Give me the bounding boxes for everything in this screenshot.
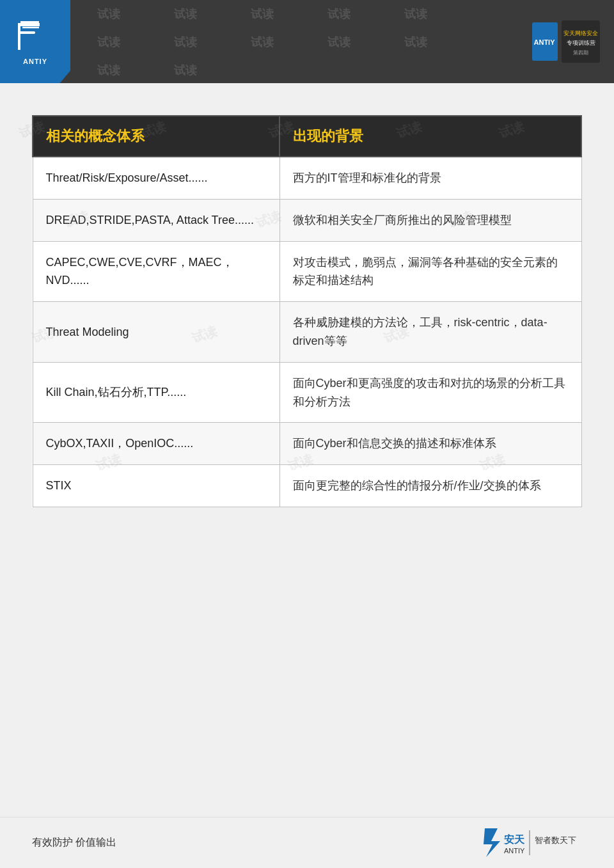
cell-left-5: CybOX,TAXII，OpenIOC......	[33, 423, 279, 465]
cell-right-6: 面向更完整的综合性的情报分析/作业/交换的体系	[279, 465, 581, 507]
col1-header: 相关的概念体系	[33, 116, 279, 157]
svg-rect-1	[20, 23, 40, 26]
antiy-logo-icon	[15, 18, 56, 56]
wm-6: 试读	[70, 28, 147, 56]
wm-7: 试读	[147, 28, 224, 56]
svg-marker-4	[20, 21, 39, 23]
wm-1: 试读	[70, 0, 147, 28]
wm-4: 试读	[301, 0, 377, 28]
cell-right-0: 西方的IT管理和标准化的背景	[279, 157, 581, 199]
main-content: 试读 试读 试读 试读 试读 试读 试读 试读 试读 试读 试读 试读 试读 试…	[0, 83, 614, 533]
header-brand-icon: ANTIY 安天网络安全 专项训练营 第四期	[531, 19, 601, 64]
svg-text:智者数天下: 智者数天下	[535, 835, 576, 845]
header-right-logo: ANTIY 安天网络安全 专项训练营 第四期	[528, 16, 604, 67]
svg-marker-13	[484, 828, 500, 857]
svg-text:专项训练营: 专项训练营	[567, 40, 595, 46]
svg-text:ANTIY: ANTIY	[534, 38, 556, 46]
cell-left-2: CAPEC,CWE,CVE,CVRF，MAEC，NVD......	[33, 241, 279, 302]
footer-brand-icon: 安天 ANTIY 智者数天下	[480, 825, 582, 860]
footer-tagline: 有效防护 价值输出	[32, 836, 116, 849]
col2-header: 出现的背景	[279, 116, 581, 157]
table-row: Threat/Risk/Exposure/Asset......西方的IT管理和…	[33, 157, 581, 199]
wm-12: 试读	[147, 56, 224, 83]
cell-right-3: 各种威胁建模的方法论，工具，risk-centric，data-driven等等	[279, 302, 581, 363]
table-row: STIX面向更完整的综合性的情报分析/作业/交换的体系	[33, 465, 581, 507]
wm-8: 试读	[224, 28, 301, 56]
wm-9: 试读	[301, 28, 377, 56]
svg-text:安天网络安全: 安天网络安全	[563, 30, 598, 36]
cell-left-3: Threat Modeling	[33, 302, 279, 363]
footer-logo: 安天 ANTIY 智者数天下	[480, 825, 582, 860]
cell-right-5: 面向Cyber和信息交换的描述和标准体系	[279, 423, 581, 465]
table-row: CybOX,TAXII，OpenIOC......面向Cyber和信息交换的描述…	[33, 423, 581, 465]
wm-10: 试读	[377, 28, 454, 56]
table-row: CAPEC,CWE,CVE,CVRF，MAEC，NVD......对攻击模式，脆…	[33, 241, 581, 302]
header: ANTIY 试读 试读 试读 试读 试读 试读 试读 试读 试读 试读 试读 试…	[0, 0, 614, 83]
cell-left-6: STIX	[33, 465, 279, 507]
footer: 有效防护 价值输出 安天 ANTIY 智者数天下	[0, 817, 614, 868]
cell-right-4: 面向Cyber和更高强度的攻击和对抗的场景的分析工具和分析方法	[279, 362, 581, 423]
header-watermark-area: 试读 试读 试读 试读 试读 试读 试读 试读 试读 试读 试读 试读	[70, 0, 528, 83]
svg-text:安天: 安天	[503, 833, 525, 845]
cell-left-0: Threat/Risk/Exposure/Asset......	[33, 157, 279, 199]
cell-left-1: DREAD,STRIDE,PASTA, Attack Tree......	[33, 199, 279, 241]
cell-right-2: 对攻击模式，脆弱点，漏洞等各种基础的安全元素的标定和描述结构	[279, 241, 581, 302]
svg-text:ANTIY: ANTIY	[504, 847, 525, 855]
svg-rect-0	[18, 23, 20, 50]
table-row: Kill Chain,钻石分析,TTP......面向Cyber和更高强度的攻击…	[33, 362, 581, 423]
wm-2: 试读	[147, 0, 224, 28]
table-row: Threat Modeling各种威胁建模的方法论，工具，risk-centri…	[33, 302, 581, 363]
table-row: DREAD,STRIDE,PASTA, Attack Tree......微软和…	[33, 199, 581, 241]
watermark-grid: 试读 试读 试读 试读 试读 试读 试读 试读 试读 试读 试读 试读	[70, 0, 528, 83]
logo-box: ANTIY	[0, 0, 70, 83]
logo-text: ANTIY	[23, 58, 47, 65]
wm-5: 试读	[377, 0, 454, 28]
cell-left-4: Kill Chain,钻石分析,TTP......	[33, 362, 279, 423]
cell-right-1: 微软和相关安全厂商所推出的风险管理模型	[279, 199, 581, 241]
concept-table: 相关的概念体系 出现的背景 Threat/Risk/Exposure/Asset…	[32, 115, 582, 507]
wm-11: 试读	[70, 56, 147, 83]
svg-text:第四期: 第四期	[573, 50, 588, 56]
wm-3: 试读	[224, 0, 301, 28]
